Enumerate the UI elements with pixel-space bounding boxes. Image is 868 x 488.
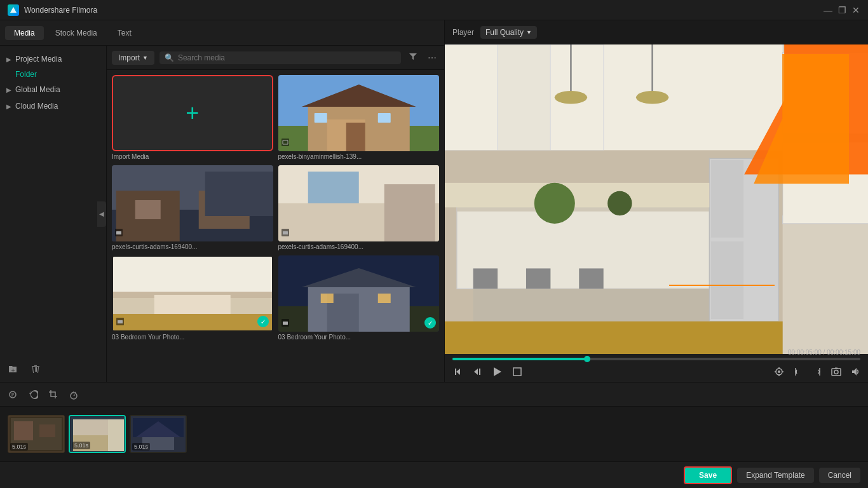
settings-icon[interactable] — [774, 367, 784, 377]
svg-rect-15 — [205, 172, 273, 216]
progress-bar[interactable]: 00:00:05:00 / 00:00:15:00 — [452, 358, 860, 360]
svg-rect-76 — [832, 369, 841, 376]
minimize-button[interactable]: — — [824, 6, 832, 15]
control-buttons — [452, 365, 860, 378]
timeline: 5.01s 5.01s — [0, 407, 868, 461]
tab-media[interactable]: Media — [5, 26, 44, 40]
svg-rect-89 — [108, 419, 124, 451]
edit-toolbar — [0, 383, 868, 407]
list-item[interactable]: pexels-binyaminmellish-139... — [278, 75, 440, 160]
media-type-icon4 — [116, 318, 124, 327]
search-box: 🔍 — [159, 51, 401, 64]
svg-point-52 — [555, 91, 587, 104]
snapshot-icon[interactable] — [831, 367, 841, 377]
timeline-clip[interactable]: 5.01s — [69, 415, 126, 453]
svg-rect-7 — [314, 113, 327, 123]
sidebar: ▶ Project Media Folder ▶ Global Media ▶ … — [0, 46, 107, 382]
tab-text[interactable]: Text — [109, 26, 140, 40]
quality-dropdown-icon: ▼ — [526, 29, 532, 36]
timeline-clip[interactable]: 5.01s — [130, 415, 187, 453]
media-type-icon2 — [115, 229, 123, 238]
svg-rect-69 — [513, 368, 521, 376]
clip-duration: 5.01s — [72, 442, 90, 449]
speed-icon[interactable] — [69, 390, 79, 400]
timeline-clip[interactable]: 5.01s — [8, 415, 65, 453]
svg-rect-37 — [320, 294, 333, 303]
sidebar-item-cloud-media[interactable]: ▶ Cloud Media — [0, 98, 106, 114]
frame-back-button[interactable] — [471, 367, 482, 377]
media-area: ▶ Project Media Folder ▶ Global Media ▶ … — [0, 46, 444, 382]
svg-rect-20 — [308, 172, 358, 203]
maximize-button[interactable]: ❐ — [837, 6, 846, 15]
mark-in-icon[interactable] — [793, 367, 803, 377]
tab-stock-media[interactable]: Stock Media — [46, 26, 106, 40]
svg-rect-31 — [118, 320, 123, 323]
footer-bar: Save Expand Template Cancel — [0, 461, 868, 488]
crop-tool-icon[interactable] — [48, 390, 58, 400]
media-type-icon — [281, 139, 289, 148]
close-button[interactable]: ✕ — [851, 6, 860, 15]
mark-out-icon[interactable] — [812, 367, 822, 377]
list-item[interactable]: pexels-curtis-adams-169400... — [112, 165, 273, 250]
player-viewport — [445, 44, 868, 354]
volume-icon[interactable] — [850, 367, 860, 377]
arrow-shape-2 — [754, 54, 849, 184]
sidebar-collapse-btn[interactable]: ◀ — [97, 201, 106, 227]
svg-point-77 — [834, 370, 838, 374]
media-selected-check2: ✓ — [424, 317, 436, 329]
svg-rect-29 — [113, 314, 272, 332]
media-toolbar: Import ▼ 🔍 ⋯ — [107, 46, 444, 70]
list-item[interactable]: ✓ 03 Bedroom Your Photo... — [278, 255, 440, 341]
arrow-icon3: ▶ — [6, 103, 11, 110]
svg-rect-22 — [384, 184, 435, 241]
arrow-icon: ▶ — [6, 56, 11, 63]
list-item[interactable]: pexels-curtis-adams-169400... — [278, 165, 440, 250]
player-label: Player — [452, 28, 474, 37]
sidebar-item-project-media[interactable]: ▶ Project Media — [0, 51, 106, 67]
crop-button[interactable] — [512, 367, 522, 377]
clip-duration: 5.01s — [132, 443, 150, 451]
sidebar-item-folder[interactable]: Folder — [0, 67, 106, 81]
expand-template-button[interactable]: Expand Template — [737, 468, 814, 483]
media-item-label: 03 Bedroom Your Photo... — [112, 334, 273, 341]
time-display: 00:00:05:00 / 00:00:15:00 — [788, 349, 860, 356]
svg-rect-6 — [346, 123, 365, 151]
audio-icon[interactable] — [8, 390, 18, 400]
step-back-button[interactable] — [452, 367, 463, 377]
play-button[interactable] — [491, 365, 503, 378]
svg-rect-83 — [14, 421, 33, 440]
quality-select[interactable]: Full Quality ▼ — [480, 26, 537, 39]
svg-marker-0 — [10, 7, 17, 13]
cancel-button[interactable]: Cancel — [819, 468, 860, 483]
svg-rect-64 — [445, 183, 709, 207]
media-item-label: pexels-curtis-adams-169400... — [112, 243, 273, 250]
svg-rect-65 — [445, 322, 783, 354]
save-button[interactable]: Save — [684, 466, 732, 484]
media-item-label: 03 Bedroom Your Photo... — [278, 334, 440, 341]
svg-point-66 — [534, 183, 575, 224]
delete-icon[interactable] — [28, 362, 43, 377]
filter-icon[interactable] — [406, 51, 420, 64]
svg-rect-45 — [498, 44, 550, 151]
import-button[interactable]: Import ▼ — [112, 51, 154, 65]
search-input[interactable] — [178, 53, 396, 62]
titlebar-controls: — ❐ ✕ — [824, 6, 860, 15]
top-section: Media Stock Media Text ▶ Project Media — [0, 20, 868, 383]
control-right — [774, 367, 860, 377]
import-media-tile[interactable]: + Import Media — [112, 75, 273, 160]
media-item-label: pexels-curtis-adams-169400... — [278, 243, 440, 250]
svg-marker-68 — [494, 367, 501, 376]
svg-point-71 — [778, 370, 780, 373]
add-folder-icon[interactable] — [5, 362, 20, 377]
tabs: Media Stock Media Text — [0, 20, 444, 46]
list-item[interactable]: ✓ 03 Bedroom Your Photo... — [112, 255, 273, 341]
svg-rect-40 — [283, 322, 288, 325]
import-media-label: Import Media — [112, 153, 273, 160]
clip-duration: 5.01s — [10, 443, 28, 451]
titlebar-left: Wondershare Filmora — [8, 4, 97, 16]
more-options-icon[interactable]: ⋯ — [425, 51, 439, 64]
svg-point-54 — [636, 91, 668, 104]
titlebar: Wondershare Filmora — ❐ ✕ — [0, 0, 868, 20]
undo-icon[interactable] — [28, 390, 38, 400]
sidebar-item-global-media[interactable]: ▶ Global Media — [0, 81, 106, 98]
